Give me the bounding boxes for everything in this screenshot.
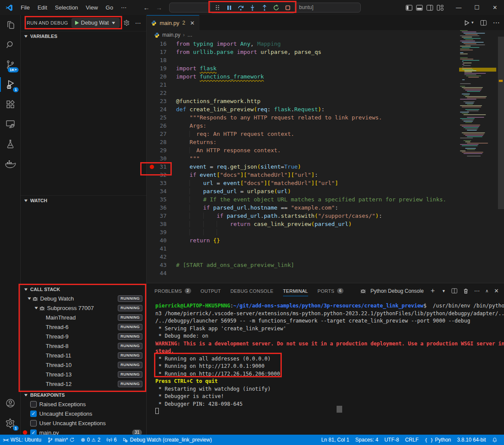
breadcrumb[interactable]: main.py › … <box>147 30 504 40</box>
gutter[interactable]: 22 <box>147 89 176 97</box>
gutter[interactable]: 40 <box>147 236 176 244</box>
gutter[interactable]: 36 <box>147 204 176 212</box>
customize-layout-icon[interactable] <box>437 5 444 11</box>
menu-go[interactable]: Go <box>102 3 117 13</box>
variables-section-header[interactable]: ▼VARIABLES <box>21 31 146 41</box>
gutter[interactable]: 29 <box>147 146 176 154</box>
split-editor-icon[interactable] <box>480 20 487 26</box>
panel-tab-terminal[interactable]: TERMINAL <box>280 283 312 298</box>
panel-tab-problems[interactable]: PROBLEMS2 <box>151 283 195 298</box>
panel-tab-output[interactable]: OUTPUT <box>197 283 224 298</box>
gutter[interactable]: 41 <box>147 244 176 253</box>
extensions-icon[interactable] <box>0 94 21 114</box>
restart-icon[interactable] <box>271 3 281 12</box>
panel-tab-ports[interactable]: PORTS6 <box>314 283 347 298</box>
cursor-position[interactable]: Ln 81, Col 1 <box>318 435 353 445</box>
gutter[interactable]: 39 <box>147 228 176 236</box>
toggle-panel-icon[interactable] <box>416 5 423 11</box>
run-python-file-icon[interactable]: ▼ <box>464 20 474 26</box>
menu-selection[interactable]: Selection <box>51 3 81 13</box>
gutter[interactable]: 34 <box>147 187 176 195</box>
breakpoint-row[interactable]: User Uncaught Exceptions <box>21 418 146 428</box>
gutter[interactable]: 17 <box>147 48 176 56</box>
breakpoint-checkbox[interactable] <box>30 401 37 407</box>
close-button[interactable]: ✕ <box>486 0 504 15</box>
call-stack-row[interactable]: Thread-12RUNNING <box>21 379 146 389</box>
gutter[interactable]: 32 <box>147 171 176 179</box>
call-stack-row[interactable]: MainThreadRUNNING <box>21 313 146 322</box>
breakpoint-row[interactable]: ✓Uncaught Exceptions <box>21 409 146 418</box>
gutter[interactable]: 44 <box>147 269 176 277</box>
close-panel-icon[interactable]: ✕ <box>494 288 499 294</box>
watch-section-header[interactable]: ▼WATCH <box>21 195 146 205</box>
menu-file[interactable]: File <box>17 3 33 13</box>
gutter[interactable]: 16 <box>147 40 176 48</box>
terminal-instance-label[interactable]: Python Debug Console <box>360 288 423 294</box>
terminal-dropdown-icon[interactable]: ▼ <box>442 289 446 293</box>
menu-more[interactable]: ⋯ <box>117 3 130 13</box>
gutter[interactable]: 25 <box>147 113 176 122</box>
tab-close-icon[interactable]: ✕ <box>190 20 195 26</box>
run-and-debug-icon[interactable]: 1 <box>0 75 21 94</box>
remote-indicator[interactable]: >< WSL: Ubuntu <box>0 435 44 445</box>
call-stack-row[interactable]: Thread-6RUNNING <box>21 322 146 332</box>
eol-sequence[interactable]: CRLF <box>402 435 422 445</box>
terminal-output[interactable]: pierrick@LAPTOP-HKU5PNNG:~/git/add-ons-s… <box>155 302 500 435</box>
gutter[interactable]: 23 <box>147 97 176 105</box>
maximize-panel-icon[interactable]: ∧ <box>485 288 488 293</box>
explorer-icon[interactable] <box>0 15 21 35</box>
gutter[interactable]: 24 <box>147 105 176 113</box>
new-terminal-icon[interactable]: ＋ <box>429 286 436 295</box>
panel-tab-debug-console[interactable]: DEBUG CONSOLE <box>227 283 277 298</box>
accounts-icon[interactable] <box>0 393 21 413</box>
editor-scrollbar-thumb[interactable] <box>498 37 504 209</box>
toggle-secondary-sidebar-icon[interactable] <box>426 5 433 11</box>
tab-main-py[interactable]: main.py 2 ✕ <box>147 15 199 30</box>
gutter[interactable]: 28 <box>147 138 176 146</box>
testing-icon[interactable] <box>0 134 21 154</box>
manage-gear-icon[interactable]: 1 <box>0 413 21 433</box>
gutter[interactable]: 26 <box>147 122 176 130</box>
breakpoint-checkbox[interactable]: ✓ <box>30 429 37 435</box>
forward-arrow-icon[interactable]: → <box>156 4 162 11</box>
gear-icon[interactable] <box>123 19 130 26</box>
gutter[interactable]: 37 <box>147 212 176 220</box>
gutter[interactable]: 18 <box>147 56 176 64</box>
gutter[interactable]: 35 <box>147 195 176 204</box>
maximize-button[interactable]: ☐ <box>468 0 486 15</box>
call-stack-row[interactable]: Thread-11RUNNING <box>21 351 146 360</box>
launch-config-dropdown[interactable]: Debug Wat ▼ <box>72 18 120 28</box>
step-into-icon[interactable] <box>247 3 258 12</box>
breadcrumb-file[interactable]: main.py <box>162 32 180 38</box>
toolbar-drag-handle[interactable] <box>212 3 223 12</box>
pause-icon[interactable] <box>224 3 234 12</box>
indentation[interactable]: Spaces: 4 <box>352 435 381 445</box>
breakpoint-checkbox[interactable] <box>30 420 37 426</box>
call-stack-row[interactable]: Thread-13RUNNING <box>21 370 146 379</box>
breakpoint-row[interactable]: ✓main.py31 <box>21 428 146 435</box>
python-interpreter[interactable]: 3.8.10 64-bit <box>454 435 489 445</box>
language-mode[interactable]: { } Python <box>422 435 454 445</box>
gutter[interactable]: 21 <box>147 81 176 89</box>
git-branch-status[interactable]: main* <box>44 435 78 445</box>
split-terminal-icon[interactable] <box>451 288 457 294</box>
step-over-icon[interactable] <box>236 3 246 12</box>
gutter[interactable]: 42 <box>147 253 176 261</box>
start-debug-icon[interactable] <box>75 21 79 25</box>
breakpoints-section-header[interactable]: ▼BREAKPOINTS <box>21 390 146 399</box>
encoding[interactable]: UTF-8 <box>381 435 402 445</box>
gutter[interactable]: 38 <box>147 220 176 228</box>
gutter[interactable]: 31 <box>147 163 176 171</box>
breakpoint-row[interactable]: Raised Exceptions <box>21 399 146 409</box>
gutter[interactable]: 30 <box>147 154 176 163</box>
gutter[interactable]: 19 <box>147 64 176 72</box>
call-stack-row[interactable]: ▼Subprocess 77007RUNNING <box>21 303 146 313</box>
debug-session-status[interactable]: Debug Watch (create_link_preview) <box>120 435 215 445</box>
toggle-sidebar-icon[interactable] <box>406 5 413 11</box>
minimize-button[interactable]: — <box>450 0 468 15</box>
call-stack-row[interactable]: Thread-8RUNNING <box>21 341 146 351</box>
kill-terminal-icon[interactable] <box>463 288 469 294</box>
gutter[interactable]: 43 <box>147 261 176 269</box>
remote-explorer-icon[interactable] <box>0 114 21 134</box>
notifications-bell[interactable] <box>489 435 501 445</box>
